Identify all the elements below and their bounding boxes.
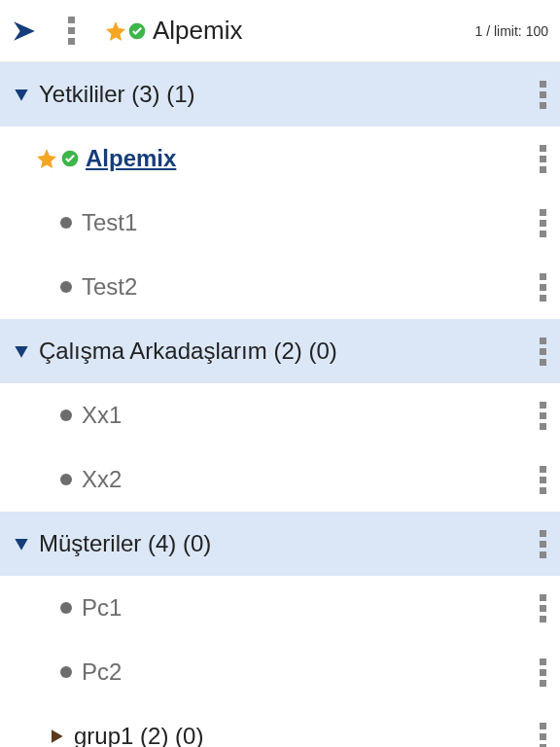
list-item[interactable]: Xx2 <box>0 447 560 512</box>
offline-dot-icon <box>58 472 74 487</box>
list-item[interactable]: Xx1 <box>0 383 560 447</box>
list-item[interactable]: Alpemix <box>0 126 560 191</box>
svg-point-2 <box>60 217 72 229</box>
offline-dot-icon <box>58 600 74 616</box>
svg-point-7 <box>60 666 72 678</box>
menu-icon[interactable] <box>538 528 548 560</box>
group-header[interactable]: Yetkililer (3) (1) <box>0 62 560 126</box>
menu-icon[interactable] <box>538 721 548 748</box>
menu-icon[interactable] <box>538 79 548 111</box>
offline-dot-icon <box>58 279 74 295</box>
count-label: 1 / limit: 100 <box>475 23 548 39</box>
header-menu-icon[interactable] <box>66 15 77 47</box>
star-icon <box>35 147 58 170</box>
item-label: Xx2 <box>82 466 122 493</box>
menu-icon[interactable] <box>538 143 548 175</box>
item-label: Test1 <box>82 209 137 236</box>
group-label: Müşteriler (4) (0) <box>39 530 211 557</box>
list-item[interactable]: Test1 <box>0 191 560 255</box>
page-title: Alpemix <box>153 16 242 46</box>
check-icon <box>127 21 147 41</box>
caret-right-icon <box>47 727 66 746</box>
svg-point-6 <box>60 602 72 614</box>
send-icon[interactable] <box>12 18 37 44</box>
menu-icon[interactable] <box>538 207 548 239</box>
list-item[interactable]: Pc1 <box>0 576 560 640</box>
list-item[interactable]: Pc2 <box>0 640 560 704</box>
item-label: Xx1 <box>82 402 122 429</box>
item-label: Test2 <box>82 273 137 301</box>
item-label: Pc2 <box>82 658 122 686</box>
group-header[interactable]: Çalışma Arkadaşlarım (2) (0) <box>0 319 560 383</box>
item-label: Pc1 <box>82 594 122 622</box>
menu-icon[interactable] <box>538 271 548 303</box>
menu-icon[interactable] <box>538 464 548 496</box>
menu-icon[interactable] <box>538 592 548 624</box>
subgroup-header[interactable]: grup1 (2) (0) <box>0 704 560 747</box>
group-label: Çalışma Arkadaşlarım (2) (0) <box>39 338 337 365</box>
group-label: Yetkililer (3) (1) <box>39 81 195 108</box>
check-icon <box>60 149 80 168</box>
offline-dot-icon <box>58 408 74 423</box>
menu-icon[interactable] <box>538 657 548 689</box>
header: Alpemix 1 / limit: 100 <box>0 0 560 62</box>
offline-dot-icon <box>58 664 74 680</box>
item-label: Alpemix <box>86 145 176 172</box>
offline-dot-icon <box>58 215 74 231</box>
svg-point-5 <box>60 474 72 485</box>
caret-down-icon <box>12 85 31 104</box>
subgroup-label: grup1 (2) (0) <box>74 723 203 747</box>
menu-icon[interactable] <box>538 400 548 432</box>
caret-down-icon <box>12 534 31 553</box>
group-header[interactable]: Müşteriler (4) (0) <box>0 512 560 576</box>
list-item[interactable]: Test2 <box>0 255 560 319</box>
caret-down-icon <box>12 341 31 361</box>
svg-point-3 <box>60 281 72 293</box>
menu-icon[interactable] <box>538 336 548 368</box>
svg-point-4 <box>60 409 72 421</box>
star-icon <box>104 19 127 43</box>
